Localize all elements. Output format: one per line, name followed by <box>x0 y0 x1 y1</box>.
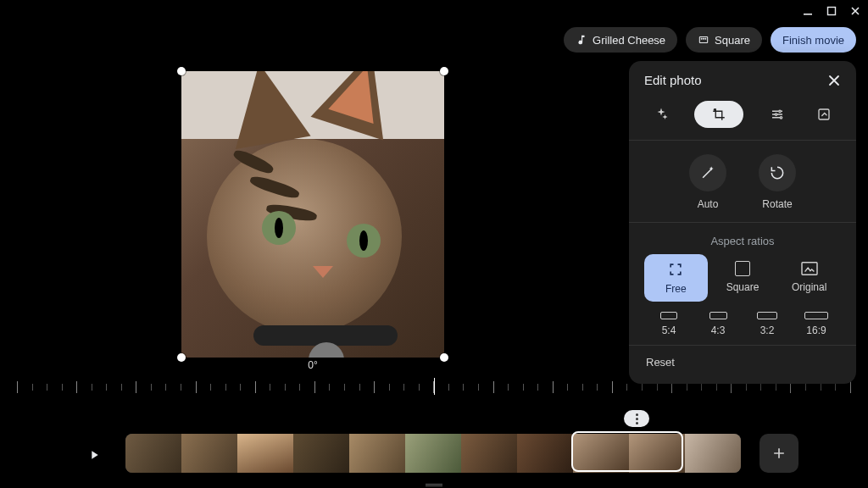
aspect-icon <box>698 34 709 46</box>
svg-rect-10 <box>802 263 817 274</box>
close-icon[interactable] <box>848 3 863 19</box>
aspect-ratio-row-2: 5:44:33:216:9 <box>629 308 856 346</box>
bottom-drag-handle[interactable] <box>426 484 442 486</box>
svg-point-5 <box>705 38 706 39</box>
tool-tab-row <box>629 96 856 141</box>
ratio-label: Free <box>665 283 687 295</box>
svg-point-6 <box>778 110 780 112</box>
reset-button[interactable]: Reset <box>629 346 856 379</box>
ratio-16-9[interactable]: 16:9 <box>792 312 841 336</box>
plus-icon <box>771 445 787 462</box>
edit-photo-panel: Edit photo Auto Rotate Aspect ratios <box>629 61 856 384</box>
markup-icon <box>816 107 832 122</box>
crop-handle-top-left[interactable] <box>177 67 186 75</box>
sparkle-icon <box>654 107 669 122</box>
timeline-thumb[interactable] <box>685 434 741 473</box>
timeline-thumb[interactable] <box>237 434 293 473</box>
ratio-label: 4:3 <box>711 324 726 336</box>
svg-rect-2 <box>699 37 707 43</box>
reset-label: Reset <box>646 356 675 369</box>
panel-close-button[interactable] <box>827 74 841 87</box>
timeline-strip[interactable] <box>125 434 741 473</box>
ratio-5-4[interactable]: 5:4 <box>644 312 693 336</box>
svg-point-8 <box>780 117 782 119</box>
tab-crop[interactable] <box>694 101 743 128</box>
crop-image <box>181 71 444 358</box>
clip-more-button[interactable] <box>624 410 649 427</box>
music-chip-label: Grilled Cheese <box>593 34 665 47</box>
aspect-ratio-row-1: Free Square Original <box>629 254 856 308</box>
ratio-free[interactable]: Free <box>644 254 708 302</box>
tab-suggestions[interactable] <box>648 101 675 128</box>
aspect-ratios-title: Aspect ratios <box>629 223 856 254</box>
timeline-thumb[interactable] <box>461 434 517 473</box>
timeline-thumb[interactable] <box>517 434 573 473</box>
ratio-original[interactable]: Original <box>777 254 841 302</box>
rotate-label: Rotate <box>762 198 792 210</box>
crop-viewport[interactable] <box>181 71 444 358</box>
ratio-label: Original <box>792 281 826 293</box>
finish-movie-label: Finish movie <box>782 34 844 47</box>
finish-movie-button[interactable]: Finish movie <box>771 27 856 53</box>
maximize-icon[interactable] <box>824 3 839 19</box>
aspect-chip-label: Square <box>715 34 750 47</box>
add-clip-button[interactable] <box>760 434 798 473</box>
svg-rect-0 <box>804 14 812 15</box>
auto-button[interactable]: Auto <box>689 154 726 210</box>
panel-title: Edit photo <box>644 73 702 87</box>
svg-point-4 <box>704 38 704 39</box>
ratio-label: 5:4 <box>662 324 676 336</box>
timeline-thumb[interactable] <box>573 434 629 473</box>
crop-actions: Auto Rotate <box>629 141 856 223</box>
sliders-icon <box>770 107 785 122</box>
minimize-icon[interactable] <box>800 3 815 19</box>
rotate-button[interactable]: Rotate <box>759 154 796 210</box>
timeline-thumb[interactable] <box>349 434 405 473</box>
ruler-center-indicator <box>434 378 435 395</box>
auto-label: Auto <box>698 198 719 210</box>
timeline-thumb[interactable] <box>181 434 237 473</box>
magic-wand-icon <box>699 164 716 181</box>
ratio-label: Square <box>726 281 760 293</box>
svg-rect-1 <box>828 8 836 15</box>
svg-point-3 <box>701 38 702 39</box>
timeline-thumb[interactable] <box>629 434 685 473</box>
play-icon <box>87 448 101 462</box>
crop-rotate-icon <box>711 107 726 122</box>
top-chip-bar: Grilled Cheese Square Finish movie <box>564 27 856 53</box>
crop-handle-top-right[interactable] <box>440 67 448 75</box>
free-crop-icon <box>667 261 684 278</box>
rotation-angle-readout: 0° <box>181 359 444 371</box>
play-button[interactable] <box>80 441 108 469</box>
music-chip[interactable]: Grilled Cheese <box>564 27 677 53</box>
timeline-thumb[interactable] <box>405 434 461 473</box>
close-icon <box>827 74 841 87</box>
aspect-chip[interactable]: Square <box>686 27 762 53</box>
svg-point-7 <box>775 114 776 115</box>
ratio-square[interactable]: Square <box>711 254 775 302</box>
timeline-thumb[interactable] <box>125 434 181 473</box>
original-icon <box>800 261 819 276</box>
ratio-label: 16:9 <box>806 324 826 336</box>
tab-more[interactable] <box>810 101 837 128</box>
ratio-3-2[interactable]: 3:2 <box>743 312 792 336</box>
rotate-ccw-icon <box>769 164 786 181</box>
tab-adjust[interactable] <box>764 101 791 128</box>
ratio-label: 3:2 <box>760 324 775 336</box>
ratio-4-3[interactable]: 4:3 <box>693 312 743 336</box>
window-controls <box>800 3 863 19</box>
timeline-thumb[interactable] <box>293 434 349 473</box>
music-note-icon <box>576 34 587 46</box>
